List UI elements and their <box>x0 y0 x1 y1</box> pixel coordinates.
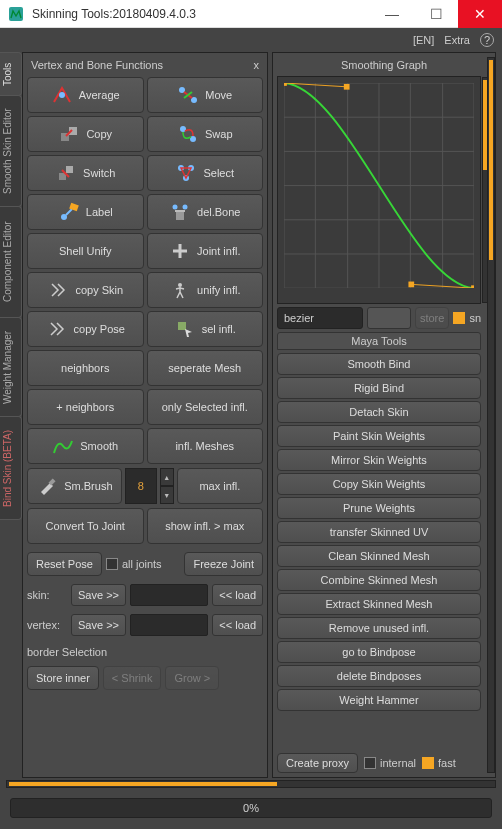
curve-type-dropdown[interactable]: bezier <box>277 307 363 329</box>
move-button[interactable]: Move <box>147 77 264 113</box>
separate-mesh-button[interactable]: seperate Mesh <box>147 350 264 386</box>
tab-tools[interactable]: Tools <box>0 52 22 96</box>
switch-icon <box>55 162 77 184</box>
copy-skin-button[interactable]: copy Skin <box>27 272 144 308</box>
sn-checkbox[interactable]: sn <box>453 312 481 324</box>
show-infl-button[interactable]: show infl. > max <box>147 508 264 544</box>
brush-icon <box>36 475 58 497</box>
sm-brush-button[interactable]: Sm.Brush <box>27 468 122 504</box>
pose-row: Reset Pose all joints Freeze Joint <box>27 552 263 576</box>
sel-infl-button[interactable]: sel infl. <box>147 311 264 347</box>
copy-button[interactable]: Copy <box>27 116 144 152</box>
detach-skin-button[interactable]: Detach Skin <box>277 401 481 423</box>
neighbors-button[interactable]: neighbors <box>27 350 144 386</box>
remove-unused-infl-button[interactable]: Remove unused infl. <box>277 617 481 639</box>
copy-skin-icon <box>47 279 69 301</box>
maximize-button[interactable]: ☐ <box>414 0 458 28</box>
extra-menu[interactable]: Extra <box>444 34 470 46</box>
unify-icon <box>169 279 191 301</box>
main-area: Tools Smooth Skin Editor Component Edito… <box>0 52 502 778</box>
graph-slot[interactable] <box>367 307 411 329</box>
unify-infl-button[interactable]: unify infl. <box>147 272 264 308</box>
vertex-load-button[interactable]: << load <box>212 614 263 636</box>
label-button[interactable]: Label <box>27 194 144 230</box>
graph-svg <box>284 83 474 288</box>
transfer-skinned-uv-button[interactable]: transfer Skinned UV <box>277 521 481 543</box>
tab-weight-manager[interactable]: Weight Manager <box>0 317 22 417</box>
shell-unify-button[interactable]: Shell Unify <box>27 233 144 269</box>
shrink-button[interactable]: < Shrink <box>103 666 162 690</box>
tab-bind-skin[interactable]: Bind Skin (BETA) <box>0 416 22 520</box>
max-infl-value[interactable]: 8 <box>125 468 157 504</box>
swap-button[interactable]: Swap <box>147 116 264 152</box>
clean-skinned-mesh-button[interactable]: Clean Skinned Mesh <box>277 545 481 567</box>
freeze-joint-button[interactable]: Freeze Joint <box>184 552 263 576</box>
smooth-bind-button[interactable]: Smooth Bind <box>277 353 481 375</box>
stepper-down[interactable]: ▼ <box>160 486 174 504</box>
reset-pose-button[interactable]: Reset Pose <box>27 552 102 576</box>
tab-component-editor[interactable]: Component Editor <box>0 206 22 318</box>
store-button[interactable]: store <box>415 307 449 329</box>
window-titlebar: Skinning Tools:20180409.4.0.3 — ☐ ✕ <box>0 0 502 28</box>
mirror-skin-weights-button[interactable]: Mirror Skin Weights <box>277 449 481 471</box>
handle-point[interactable] <box>471 285 474 288</box>
prune-weights-button[interactable]: Prune Weights <box>277 497 481 519</box>
progress-wrap: 0% <box>0 790 502 826</box>
plus-neighbors-button[interactable]: + neighbors <box>27 389 144 425</box>
average-icon <box>51 84 73 106</box>
handle-point[interactable] <box>344 84 350 90</box>
copy-skin-weights-button[interactable]: Copy Skin Weights <box>277 473 481 495</box>
tab-smooth-skin-editor[interactable]: Smooth Skin Editor <box>0 95 22 207</box>
convert-to-joint-button[interactable]: Convert To Joint <box>27 508 144 544</box>
help-icon[interactable]: ? <box>480 33 494 47</box>
svg-rect-0 <box>9 7 23 21</box>
delete-bone-button[interactable]: del.Bone <box>147 194 264 230</box>
all-joints-checkbox[interactable]: all joints <box>106 552 162 576</box>
right-panel-scrollbar[interactable] <box>487 57 495 773</box>
rigid-bind-button[interactable]: Rigid Bind <box>277 377 481 399</box>
joint-infl-button[interactable]: Joint infl. <box>147 233 264 269</box>
internal-checkbox[interactable]: internal <box>364 757 416 769</box>
vertex-io-row: vertex: Save >> << load <box>27 614 263 636</box>
smooth-button[interactable]: Smooth <box>27 428 144 464</box>
cursor-icon <box>174 318 196 340</box>
skin-field[interactable] <box>130 584 208 606</box>
fast-checkbox[interactable]: fast <box>422 757 456 769</box>
max-infl-button[interactable]: max infl. <box>177 468 263 504</box>
language-button[interactable]: [EN] <box>413 34 434 46</box>
handle-point[interactable] <box>408 282 414 288</box>
only-selected-infl-button[interactable]: only Selected infl. <box>147 389 264 425</box>
vertex-field[interactable] <box>130 614 208 636</box>
svg-rect-20 <box>178 322 186 330</box>
delete-bindposes-button[interactable]: delete Bindposes <box>277 665 481 687</box>
border-row: Store inner < Shrink Grow > <box>27 666 263 690</box>
skin-load-button[interactable]: << load <box>212 584 263 606</box>
vertex-bone-panel: Vertex and Bone Functions x Average Move… <box>22 52 268 778</box>
combine-skinned-mesh-button[interactable]: Combine Skinned Mesh <box>277 569 481 591</box>
border-selection-label: border Selection <box>27 646 263 658</box>
horizontal-scrollbar[interactable] <box>6 780 496 788</box>
handle-point[interactable] <box>284 83 287 86</box>
switch-button[interactable]: Switch <box>27 155 144 191</box>
infl-meshes-button[interactable]: infl. Meshes <box>147 428 264 464</box>
function-grid: Average Move Copy Swap Switch Select Lab… <box>27 77 263 464</box>
panel-close-button[interactable]: x <box>254 59 260 71</box>
average-button[interactable]: Average <box>27 77 144 113</box>
select-button[interactable]: Select <box>147 155 264 191</box>
close-button[interactable]: ✕ <box>458 0 502 28</box>
smoothing-graph[interactable] <box>277 76 481 304</box>
minimize-button[interactable]: — <box>370 0 414 28</box>
grow-button[interactable]: Grow > <box>165 666 219 690</box>
skin-label: skin: <box>27 589 67 601</box>
paint-skin-weights-button[interactable]: Paint Skin Weights <box>277 425 481 447</box>
extract-skinned-mesh-button[interactable]: Extract Skinned Mesh <box>277 593 481 615</box>
store-inner-button[interactable]: Store inner <box>27 666 99 690</box>
smoothing-graph-title: Smoothing Graph <box>277 57 491 73</box>
copy-pose-button[interactable]: copy Pose <box>27 311 144 347</box>
skin-save-button[interactable]: Save >> <box>71 584 126 606</box>
weight-hammer-button[interactable]: Weight Hammer <box>277 689 481 711</box>
create-proxy-button[interactable]: Create proxy <box>277 753 358 773</box>
go-to-bindpose-button[interactable]: go to Bindpose <box>277 641 481 663</box>
vertex-save-button[interactable]: Save >> <box>71 614 126 636</box>
stepper-up[interactable]: ▲ <box>160 468 174 486</box>
